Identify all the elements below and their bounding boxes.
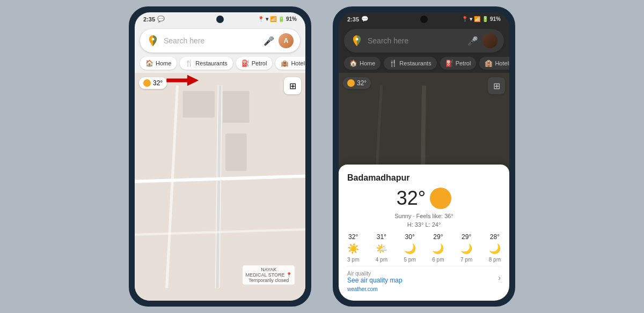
home-icon-right: 🏠 <box>349 59 357 67</box>
avatar-left[interactable]: A <box>279 33 294 48</box>
layers-icon-right: ⊞ <box>493 81 500 91</box>
maps-logo-right <box>350 34 363 47</box>
arrow-annotation-left <box>162 74 199 87</box>
weather-condition: Sunny · Feels like: 36° <box>347 213 501 219</box>
weather-temp-right: 32° <box>357 79 367 87</box>
search-bar-right[interactable]: Search here 🎤 <box>344 29 504 53</box>
whatsapp-icon-right: 💬 <box>361 16 369 23</box>
layers-button-left[interactable]: ⊞ <box>284 77 301 94</box>
hourly-item-0: 32° ☀️ 3 pm <box>347 233 359 263</box>
chip-petrol-left[interactable]: ⛽ Petrol <box>236 57 273 70</box>
status-right-left: 📍 ▾ 📶 🔋 91% <box>258 16 297 22</box>
store-name-left: NAYAK <box>245 267 292 272</box>
weather-main-row: 32° <box>347 187 501 210</box>
battery-pct-left: 91% <box>286 16 297 22</box>
chip-restaurants-right[interactable]: 🍴 Restaurants <box>384 57 436 70</box>
battery-pct-right: 91% <box>490 16 501 22</box>
petrol-icon-right: ⛽ <box>445 59 453 67</box>
battery-icon-left: 🔋 <box>278 16 284 22</box>
hourly-temp-2: 30° <box>405 233 415 241</box>
avatar-right[interactable] <box>482 33 497 48</box>
weather-city: Badamadhapur <box>347 173 501 183</box>
home-icon-left: 🏠 <box>145 59 153 67</box>
mic-icon-right[interactable]: 🎤 <box>467 36 478 46</box>
wifi-icon-left: ▾ <box>266 16 268 22</box>
hourly-icon-1: 🌤️ <box>376 243 387 255</box>
store-type-left: MEDICAL STORE 📍 <box>245 272 292 278</box>
wifi-icon-right: ▾ <box>470 16 472 22</box>
hourly-row: 32° ☀️ 3 pm 31° 🌤️ 4 pm 30° 🌙 5 pm <box>347 233 501 263</box>
weather-source[interactable]: weather.com <box>347 286 501 292</box>
search-placeholder-left: Search here <box>164 36 259 45</box>
svg-rect-3 <box>182 91 215 118</box>
chip-petrol-right[interactable]: ⛽ Petrol <box>440 57 477 70</box>
chip-home-label-left: Home <box>156 60 171 66</box>
location-icon-right: 📍 <box>462 16 468 22</box>
camera-dot-left <box>216 16 224 23</box>
hourly-item-5: 28° 🌙 8 pm <box>489 233 501 263</box>
hourly-time-4: 7 pm <box>460 257 472 263</box>
petrol-icon-left: ⛽ <box>241 59 250 67</box>
svg-marker-5 <box>166 75 199 86</box>
red-arrow-svg <box>162 74 199 87</box>
hotels-icon-right: 🏨 <box>485 59 493 67</box>
status-right-right: 📍 ▾ 📶 🔋 91% <box>462 16 501 22</box>
chevron-right-icon: › <box>498 273 501 282</box>
whatsapp-icon-left: 💬 <box>157 16 165 23</box>
search-bar-left[interactable]: Search here 🎤 A <box>140 29 300 53</box>
chip-hotels-label-right: Hotels <box>495 60 509 66</box>
hourly-temp-1: 31° <box>377 233 386 241</box>
chip-petrol-label-left: Petrol <box>252 60 267 66</box>
sun-big-icon <box>430 188 451 209</box>
map-area-left[interactable]: 32° ⊞ NAYAK MEDICAL STORE 📍 Temporarily … <box>135 73 305 301</box>
hourly-item-4: 29° 🌙 7 pm <box>460 233 472 263</box>
hourly-item-1: 31° 🌤️ 4 pm <box>376 233 387 263</box>
hourly-icon-4: 🌙 <box>460 243 472 255</box>
hourly-time-2: 5 pm <box>404 257 416 263</box>
phone-right: 2:35 💬 📍 ▾ 📶 🔋 91% Search here 🎤 <box>333 6 515 307</box>
hourly-temp-5: 28° <box>490 233 500 241</box>
svg-point-0 <box>152 38 155 41</box>
chips-row-left: 🏠 Home 🍴 Restaurants ⛽ Petrol 🏨 Hotels <box>135 57 305 73</box>
signal-icon-left: 📶 <box>270 16 276 22</box>
search-placeholder-right: Search here <box>368 36 463 45</box>
hourly-time-1: 4 pm <box>376 257 387 263</box>
hourly-time-0: 3 pm <box>347 257 359 263</box>
location-icon-left: 📍 <box>258 16 264 22</box>
chip-restaurants-left[interactable]: 🍴 Restaurants <box>180 57 232 70</box>
store-label-left: NAYAK MEDICAL STORE 📍 Temporarily closed <box>243 265 295 285</box>
time-right: 2:35 <box>347 16 359 23</box>
hourly-icon-0: ☀️ <box>347 243 359 255</box>
chip-hotels-right[interactable]: 🏨 Hotels <box>479 57 509 70</box>
chip-restaurants-label-left: Restaurants <box>195 60 227 66</box>
air-quality-info: Air quality See air quality map <box>347 271 402 284</box>
restaurants-icon-left: 🍴 <box>185 59 193 67</box>
hourly-temp-0: 32° <box>348 233 358 241</box>
air-quality-row[interactable]: Air quality See air quality map › <box>347 266 501 284</box>
svg-point-6 <box>356 38 358 41</box>
chip-home-left[interactable]: 🏠 Home <box>140 57 177 70</box>
svg-rect-4 <box>225 133 247 171</box>
hourly-item-2: 30° 🌙 5 pm <box>404 233 416 263</box>
sun-icon-right <box>347 79 355 87</box>
hourly-temp-4: 29° <box>462 233 471 241</box>
chip-home-right[interactable]: 🏠 Home <box>344 57 380 70</box>
maps-logo-left <box>147 34 159 47</box>
camera-dot-right <box>420 16 428 23</box>
layers-button-right[interactable]: ⊞ <box>488 77 505 94</box>
chip-restaurants-label-right: Restaurants <box>399 60 431 66</box>
phone-left: 2:35 💬 📍 ▾ 📶 🔋 91% Search here 🎤 <box>129 6 311 307</box>
mic-icon-left[interactable]: 🎤 <box>264 36 274 46</box>
map-area-right[interactable]: 32° ⊞ Badamadhapur 32° Sunny · Feels lik… <box>339 73 509 301</box>
chip-hotels-left[interactable]: 🏨 Hotels <box>275 57 305 70</box>
hourly-temp-3: 29° <box>433 233 443 241</box>
air-quality-link[interactable]: See air quality map <box>347 277 402 284</box>
weather-temp-big: 32° <box>397 187 426 210</box>
hourly-icon-5: 🌙 <box>489 243 501 255</box>
chips-row-right: 🏠 Home 🍴 Restaurants ⛽ Petrol 🏨 Hotels <box>339 57 509 73</box>
layers-icon-left: ⊞ <box>289 81 296 91</box>
weather-card: Badamadhapur 32° Sunny · Feels like: 36°… <box>339 165 509 301</box>
weather-chip-right[interactable]: 32° <box>343 77 371 89</box>
chip-home-label-right: Home <box>360 60 375 66</box>
hourly-icon-2: 🌙 <box>404 243 416 255</box>
